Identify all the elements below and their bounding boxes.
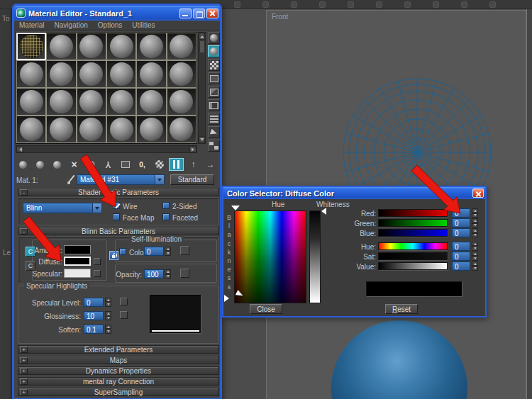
glossiness-value-field[interactable]: 10 <box>84 311 104 320</box>
spinner-down-icon[interactable] <box>472 223 478 227</box>
blue-slider[interactable] <box>378 229 448 237</box>
blue-value-field[interactable]: 0 <box>452 228 470 237</box>
red-spinner[interactable] <box>472 208 478 218</box>
material-sample-slot-6[interactable] <box>16 60 46 88</box>
diffuse-color-swatch[interactable] <box>64 257 91 266</box>
close-dialog-button[interactable]: Close <box>250 304 282 314</box>
specular-level-value-field[interactable]: 0 <box>84 298 104 307</box>
swatch-horizontal-scrollbar[interactable] <box>16 145 197 153</box>
rollout-maps[interactable]: +Maps <box>18 356 219 364</box>
make-unique-icon[interactable]: Y <box>101 158 116 171</box>
sat-spinner[interactable] <box>472 252 478 261</box>
spinner-up-icon[interactable] <box>472 252 478 256</box>
rollout-dynamics-properties[interactable]: +Dynamics Properties <box>18 366 219 375</box>
spinner-down-icon[interactable] <box>165 252 171 256</box>
spinner-up-icon[interactable] <box>165 269 171 274</box>
spinner-down-icon[interactable] <box>472 257 478 261</box>
material-sample-slot-3[interactable] <box>106 33 136 60</box>
get-material-icon[interactable] <box>16 158 31 171</box>
menu-navigation[interactable]: Navigation <box>55 21 88 29</box>
collapse-icon[interactable]: - <box>20 189 28 196</box>
material-name-dropdown[interactable]: Material #31 <box>77 174 165 185</box>
expand-icon[interactable]: + <box>20 389 28 395</box>
material-sample-slot-17[interactable] <box>167 88 196 116</box>
put-material-to-scene-icon[interactable] <box>33 158 48 171</box>
opacity-map-button[interactable] <box>180 269 189 278</box>
dropdown-arrow-icon[interactable] <box>92 203 101 213</box>
material-sample-slot-8[interactable] <box>77 60 106 88</box>
menu-material[interactable]: Material <box>19 21 45 29</box>
reset-button[interactable]: Reset <box>385 304 418 314</box>
show-end-result-icon[interactable] <box>169 158 184 171</box>
red-value-field[interactable]: 0 <box>452 208 470 218</box>
reset-map-icon[interactable]: × <box>67 158 82 171</box>
specular-map-button[interactable] <box>94 270 101 277</box>
video-color-check-icon[interactable] <box>208 86 220 98</box>
material-sample-slot-9[interactable] <box>106 60 136 88</box>
green-value-field[interactable]: 0 <box>452 218 470 227</box>
rollout-extended-parameters[interactable]: +Extended Parameters <box>18 345 219 354</box>
wire-checkbox[interactable] <box>113 202 120 209</box>
ambient-color-swatch[interactable] <box>64 245 91 254</box>
self-illumination-value-field[interactable]: 0 <box>144 247 164 256</box>
material-sample-slot-0[interactable] <box>16 33 46 60</box>
value-slider[interactable] <box>378 262 448 270</box>
blinn-basic-parameters-rollout[interactable]: - Blinn Basic Parameters <box>18 227 219 235</box>
spinner-down-icon[interactable] <box>105 303 111 307</box>
self-illumination-map-button[interactable] <box>180 246 189 255</box>
material-sample-slot-10[interactable] <box>136 60 166 88</box>
material-sample-slot-21[interactable] <box>106 116 136 143</box>
material-sample-slot-18[interactable] <box>16 116 46 143</box>
value-spinner[interactable] <box>472 262 478 271</box>
material-sample-slot-23[interactable] <box>167 116 196 143</box>
opacity-spinner[interactable] <box>165 269 171 279</box>
put-to-library-icon[interactable] <box>118 158 133 171</box>
self-illumination-color-checkbox[interactable] <box>119 248 126 255</box>
spinner-down-icon[interactable] <box>472 213 478 218</box>
material-sample-slot-19[interactable] <box>46 116 76 143</box>
material-sample-slot-11[interactable] <box>167 60 196 88</box>
hue-spinner[interactable] <box>472 242 478 251</box>
dialog-close-button[interactable] <box>472 189 484 198</box>
material-sample-slot-14[interactable] <box>77 88 106 116</box>
hue-marker-icon[interactable] <box>231 206 240 210</box>
red-slider[interactable] <box>378 209 448 217</box>
material-sample-slot-7[interactable] <box>46 60 76 88</box>
material-id-channel-icon[interactable]: 0, <box>135 158 150 171</box>
collapse-icon[interactable]: - <box>20 228 28 235</box>
material-sample-slot-1[interactable] <box>46 33 76 60</box>
material-editor-titlebar[interactable]: Material Editor - Standard_1 <box>14 6 220 21</box>
self-illumination-spinner[interactable] <box>165 247 171 256</box>
maximize-button[interactable] <box>193 9 205 18</box>
viewport-label[interactable]: Front <box>272 13 288 21</box>
spinner-up-icon[interactable] <box>472 228 478 232</box>
menu-options[interactable]: Options <box>98 21 122 29</box>
color-selector-titlebar[interactable]: Color Selector: Diffuse Color <box>223 187 485 199</box>
specular-level-spinner[interactable] <box>105 298 111 307</box>
spinner-down-icon[interactable] <box>105 330 111 334</box>
2-sided-checkbox[interactable] <box>162 202 170 209</box>
material-sample-slot-13[interactable] <box>46 88 76 116</box>
material-map-navigator-icon[interactable] <box>208 140 220 152</box>
spinner-up-icon[interactable] <box>472 218 478 223</box>
rollout-mental-ray-connection[interactable]: +mental ray Connection <box>18 377 219 386</box>
green-slider[interactable] <box>378 219 448 227</box>
sample-uv-tiling-icon[interactable] <box>208 72 220 84</box>
diffuse-map-button[interactable] <box>94 258 101 265</box>
material-sample-slot-4[interactable] <box>136 33 166 60</box>
assign-material-to-selection-icon[interactable] <box>50 158 65 171</box>
specular-level-map-button[interactable] <box>120 298 128 305</box>
spinner-up-icon[interactable] <box>472 242 478 246</box>
faceted-checkbox[interactable] <box>162 213 170 220</box>
select-by-material-icon[interactable] <box>208 126 220 138</box>
expand-icon[interactable]: + <box>20 357 28 364</box>
minimize-button[interactable] <box>179 9 192 18</box>
material-type-button[interactable]: Standard <box>170 174 214 185</box>
go-forward-sibling-icon[interactable]: → <box>203 158 218 171</box>
background-icon[interactable] <box>208 59 220 71</box>
spinner-up-icon[interactable] <box>105 325 111 329</box>
material-sample-slot-22[interactable] <box>136 116 166 143</box>
blue-spinner[interactable] <box>472 228 478 237</box>
scroll-left-arrow-icon[interactable] <box>16 146 23 152</box>
spinner-up-icon[interactable] <box>105 311 111 315</box>
